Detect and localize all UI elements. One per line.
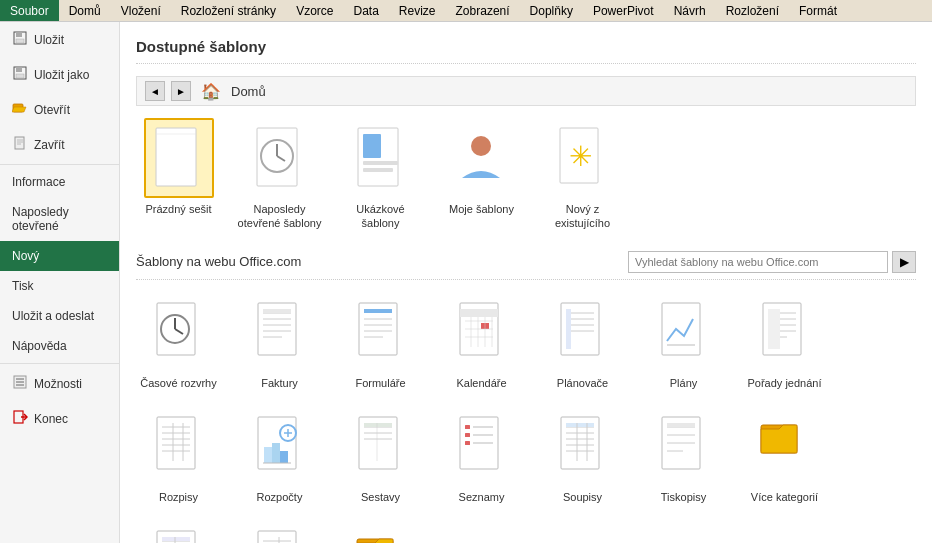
lists-label: Seznamy (459, 490, 505, 504)
template-forms[interactable]: Formuláře (338, 292, 423, 390)
template-recent[interactable]: Naposledy otevřené šablony (237, 118, 322, 231)
menu-rozlozeni[interactable]: Rozložení (716, 0, 789, 21)
online-section-title: Šablony na webu Office.com (136, 254, 301, 269)
svg-rect-63 (662, 303, 700, 355)
template-lists[interactable]: Seznamy (439, 406, 524, 504)
menu-powerpivot[interactable]: PowerPivot (583, 0, 664, 21)
svg-rect-48 (460, 309, 498, 317)
template-more-categories[interactable]: Více kategorií (742, 406, 827, 504)
svg-rect-1 (16, 32, 22, 37)
svg-rect-107 (566, 423, 594, 427)
menu-format[interactable]: Formát (789, 0, 847, 21)
calendars-icon (447, 292, 517, 372)
planners-label: Plánovače (557, 376, 608, 390)
search-button[interactable]: ▶ (892, 251, 916, 273)
template-budgets[interactable]: Rozpočty (237, 406, 322, 504)
sidebar-save-label: Uložit (34, 33, 64, 47)
svg-rect-83 (264, 447, 272, 463)
svg-point-27 (471, 136, 491, 156)
local-templates-grid: Prázdný sešit Naposledy otevřené šablony (136, 118, 916, 231)
forms2-label: Tiskopisy (661, 490, 706, 504)
close-file-icon (12, 135, 28, 154)
sidebar-item-save-send[interactable]: Uložit a odeslat (0, 301, 119, 331)
template-sample[interactable]: Ukázkové šablony (338, 118, 423, 231)
sidebar-item-exit[interactable]: Konec (0, 401, 119, 436)
template-purchase-orders[interactable]: Nákupní objednávky (338, 520, 423, 543)
sidebar-item-info[interactable]: Informace (0, 167, 119, 197)
rosters-label: Rozpisy (159, 490, 198, 504)
sidebar-item-recent[interactable]: Naposledy otevřené (0, 197, 119, 241)
nav-home-icon: 🏠 (201, 82, 221, 101)
template-agendas[interactable]: Pořady jednání (742, 292, 827, 390)
menu-navrh[interactable]: Návrh (664, 0, 716, 21)
sidebar-item-new[interactable]: Nový (0, 241, 119, 271)
sidebar-item-save[interactable]: Uložit (0, 22, 119, 57)
recent-templates-icon-wrap (245, 118, 315, 198)
svg-rect-92 (364, 423, 392, 427)
sidebar-item-open[interactable]: Otevřít (0, 92, 119, 127)
forms-label: Formuláře (355, 376, 405, 390)
menu-rozlozeni-stranky[interactable]: Rozložení stránky (171, 0, 286, 21)
blank-workbook-label: Prázdný sešit (145, 202, 211, 216)
statements-icon (144, 520, 214, 543)
nav-forward-button[interactable]: ► (171, 81, 191, 101)
svg-rect-2 (16, 39, 24, 43)
svg-rect-115 (667, 423, 695, 427)
sidebar-item-save-as[interactable]: Uložit jako (0, 57, 119, 92)
menu-soubor[interactable]: Soubor (0, 0, 59, 21)
svg-rect-99 (465, 441, 470, 445)
svg-rect-5 (16, 74, 24, 78)
content-area: Dostupné šablony ◄ ► 🏠 Domů Prázdný seši… (120, 22, 932, 543)
menu-zobrazeni[interactable]: Zobrazení (446, 0, 520, 21)
svg-rect-82 (272, 443, 280, 463)
template-plans[interactable]: Plány (641, 292, 726, 390)
menu-revize[interactable]: Revize (389, 0, 446, 21)
menu-data[interactable]: Data (343, 0, 388, 21)
svg-rect-122 (162, 537, 190, 541)
svg-rect-42 (364, 309, 392, 313)
sidebar-save-as-label: Uložit jako (34, 68, 89, 82)
menu-domu[interactable]: Domů (59, 0, 111, 21)
template-rosters[interactable]: Rozpisy (136, 406, 221, 504)
svg-text:✳: ✳ (569, 141, 592, 172)
menu-vzorce[interactable]: Vzorce (286, 0, 343, 21)
template-time-schedules[interactable]: Časové rozvrhy (136, 292, 221, 390)
agendas-label: Pořady jednání (748, 376, 822, 390)
save-icon (12, 30, 28, 49)
menu-doplnky[interactable]: Doplňky (520, 0, 583, 21)
template-expense-reports[interactable]: Vyúčtování výdajů (237, 520, 322, 543)
menu-vlozeni[interactable]: Vložení (111, 0, 171, 21)
template-blank-workbook[interactable]: Prázdný sešit (136, 118, 221, 231)
nav-back-button[interactable]: ◄ (145, 81, 165, 101)
template-invoices[interactable]: Faktury (237, 292, 322, 390)
template-statements[interactable]: Výkazy (136, 520, 221, 543)
svg-rect-4 (16, 67, 22, 72)
svg-rect-24 (363, 134, 381, 158)
sidebar-item-close[interactable]: Zavřít (0, 127, 119, 162)
template-planners[interactable]: Plánovače (540, 292, 625, 390)
template-forms2[interactable]: Tiskopisy (641, 406, 726, 504)
template-inventories[interactable]: Soupisy (540, 406, 625, 504)
planners-icon (548, 292, 618, 372)
sidebar-options-label: Možnosti (34, 377, 82, 391)
sidebar-item-options[interactable]: Možnosti (0, 366, 119, 401)
more-categories-label: Více kategorií (751, 490, 818, 504)
rosters-icon (144, 406, 214, 486)
sidebar-item-print[interactable]: Tisk (0, 271, 119, 301)
sidebar-divider-2 (0, 363, 119, 364)
sidebar-divider-1 (0, 164, 119, 165)
budgets-icon (245, 406, 315, 486)
template-new-from-existing[interactable]: ✳ Nový z existujícího (540, 118, 625, 231)
reports-icon (346, 406, 416, 486)
svg-rect-95 (465, 425, 470, 429)
plans-label: Plány (670, 376, 698, 390)
template-my[interactable]: Moje šablony (439, 118, 524, 231)
expense-reports-icon (245, 520, 315, 543)
sidebar-item-help[interactable]: Nápověda (0, 331, 119, 361)
time-schedules-label: Časové rozvrhy (140, 376, 216, 390)
template-reports[interactable]: Sestavy (338, 406, 423, 504)
online-templates-section: Šablony na webu Office.com ▶ (136, 251, 916, 543)
search-input[interactable] (628, 251, 888, 273)
template-calendars[interactable]: Kalendáře (439, 292, 524, 390)
svg-rect-72 (157, 417, 195, 469)
